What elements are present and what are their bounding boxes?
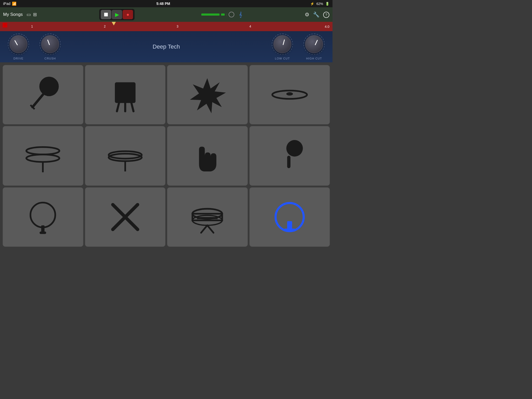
wrench-icon: 🔧 (313, 12, 320, 17)
wifi-icon: 📶 (12, 2, 16, 6)
right-knobs: LOW CUT HIGH CUT (272, 34, 325, 60)
status-left: iPad 📶 (3, 2, 16, 6)
drive-label: DRIVE (14, 57, 24, 60)
crush-label: CRUSH (44, 57, 56, 60)
record-icon: ● (127, 12, 129, 17)
metronome-icon: 𝄞 (239, 12, 242, 17)
drum-pad-bass-drum[interactable] (85, 65, 166, 124)
svg-point-16 (286, 140, 303, 157)
toolbar-right: ⚙ 🔧 ? (305, 11, 329, 18)
crush-knob-wrapper[interactable] (39, 34, 61, 55)
svg-rect-33 (284, 229, 295, 231)
drum-pad-grid (3, 65, 330, 247)
crush-knob[interactable] (41, 35, 59, 53)
drumsticks-icon (97, 196, 153, 238)
drum-pad-sticks[interactable] (85, 187, 166, 247)
highcut-knob[interactable] (305, 35, 323, 53)
shaker-icon (262, 135, 318, 176)
svg-point-0 (40, 77, 58, 96)
preset-name-text: Deep Tech (153, 43, 180, 50)
level-circle (229, 12, 234, 17)
drum-pad-shaker[interactable] (249, 126, 330, 185)
drum-pad-hand[interactable] (167, 126, 248, 185)
plugin-header: DRIVE CRUSH Deep Tech LOW CUT HIGH CUT (0, 31, 332, 62)
svg-line-27 (207, 225, 214, 233)
lowcut-knob[interactable] (273, 35, 291, 53)
single-view-button[interactable]: ▭ (26, 12, 31, 17)
toolbar: My Songs ▭ ⊞ ▶ ● : 𝄞 ⚙ 🔧 ? (0, 7, 332, 22)
record-head-icon (262, 196, 318, 238)
lowcut-knob-container: LOW CUT (272, 34, 293, 60)
drive-knob[interactable] (9, 35, 28, 53)
lowcut-knob-wrapper[interactable] (272, 34, 293, 55)
svg-line-26 (201, 225, 207, 233)
highcut-label: HIGH CUT (306, 57, 322, 60)
level-dot: : (226, 12, 227, 17)
play-button[interactable]: ▶ (112, 10, 122, 19)
drum-pad-kick[interactable] (3, 187, 83, 247)
hand-stop-icon (179, 135, 235, 176)
grid-view-button[interactable]: ⊞ (33, 12, 37, 17)
level-meters: : (201, 12, 235, 17)
drum-pad-starburst[interactable] (167, 65, 248, 124)
crush-knob-container: CRUSH (39, 34, 61, 60)
drum-pad-record[interactable] (249, 187, 330, 247)
timeline-marker-1: 1 (31, 25, 33, 28)
my-songs-button[interactable]: My Songs (3, 12, 23, 17)
device-label: iPad (3, 2, 10, 6)
svg-line-6 (131, 103, 134, 111)
drum-pad-cymbal[interactable] (249, 65, 330, 124)
preset-name-display[interactable]: Deep Tech (71, 43, 261, 50)
lowcut-label: LOW CUT (275, 57, 290, 60)
bluetooth-icon: ⚡ (310, 2, 314, 6)
drive-knob-wrapper[interactable] (8, 34, 29, 55)
drum-pad-hihat-closed[interactable] (85, 126, 166, 185)
svg-rect-17 (287, 156, 290, 168)
drum-pad-snare[interactable] (167, 187, 248, 247)
svg-marker-7 (190, 78, 226, 113)
mixer-icon: ⚙ (305, 12, 309, 17)
play-icon: ▶ (115, 11, 119, 18)
mixer-button[interactable]: ⚙ (305, 11, 309, 18)
status-right: ⚡ 62% 🔋 (310, 2, 329, 6)
timeline-end-label: 4.0 (325, 25, 329, 29)
starburst-icon (179, 74, 235, 115)
help-icon: ? (323, 12, 329, 18)
drum-pad-maraca[interactable] (3, 65, 83, 124)
highcut-knob-container: HIGH CUT (303, 34, 325, 60)
battery-label: 62% (316, 2, 323, 6)
timeline-marker-3: 3 (177, 25, 178, 28)
status-time: 5:48 PM (156, 2, 170, 6)
drum-pad-hihat-open[interactable] (3, 126, 83, 185)
highcut-knob-wrapper[interactable] (303, 34, 325, 55)
help-button[interactable]: ? (323, 11, 329, 18)
maraca-icon (15, 74, 71, 115)
bass-drum-icon (97, 74, 153, 115)
svg-rect-32 (287, 221, 292, 229)
svg-rect-3 (115, 82, 136, 103)
metronome-button[interactable]: 𝄞 (239, 12, 242, 18)
hihat-open-icon (15, 135, 71, 176)
timeline-marker-2: 2 (104, 25, 106, 28)
level-meter-right (221, 14, 225, 16)
record-button[interactable]: ● (123, 10, 133, 19)
playhead (112, 22, 116, 25)
timeline-marker-4: 4 (249, 25, 251, 28)
svg-point-9 (286, 92, 293, 96)
timeline-start-marker (3, 23, 7, 28)
stop-button[interactable] (101, 10, 111, 19)
tools-button[interactable]: 🔧 (313, 11, 320, 18)
svg-line-1 (32, 95, 43, 107)
kick-icon (15, 196, 71, 238)
svg-point-10 (26, 147, 59, 155)
view-toggle-group: ▭ ⊞ (26, 12, 37, 17)
svg-rect-20 (40, 231, 46, 234)
level-meter-left (201, 14, 220, 16)
battery-icon: 🔋 (325, 2, 329, 6)
hihat-closed-icon (97, 135, 153, 176)
timeline[interactable]: 1 2 3 4 4.0 (0, 22, 332, 31)
drive-knob-container: DRIVE (8, 34, 29, 60)
svg-point-18 (31, 203, 55, 227)
svg-line-4 (117, 103, 119, 111)
svg-point-11 (26, 155, 59, 162)
